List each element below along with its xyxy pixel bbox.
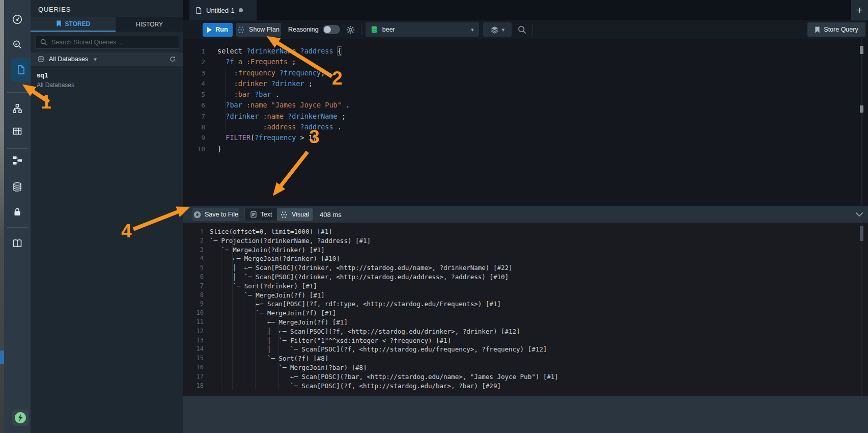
search-icon: [40, 39, 47, 46]
annotation-number-3: 3: [309, 126, 320, 148]
docs-icon[interactable]: [4, 237, 31, 250]
code-line: ?bar :name "James Joyce Pub" .: [217, 100, 350, 111]
code-line: }: [217, 144, 350, 154]
sparql-editor[interactable]: 12345678910 select ?drinkerName ?address…: [183, 39, 868, 206]
security-icon[interactable]: [4, 206, 31, 218]
line-number: 1: [183, 46, 205, 57]
line-number: 18: [183, 382, 204, 391]
results-toolbar: Save to File Text Visual 408 ms: [183, 206, 868, 223]
tab-stored-label: STORED: [65, 20, 91, 28]
plan-line: `─ MergeJoin(?f) [#1]: [210, 309, 558, 318]
plan-line: `─ Projection(?drinkerName, ?address) [#…: [210, 236, 558, 246]
save-to-file-button[interactable]: Save to File: [192, 208, 239, 221]
run-label: Run: [215, 26, 228, 33]
plan-line: `─ MergeJoin(?f) [#1]: [210, 291, 558, 300]
plan-text: Slice(offset=0, limit=1000) [#1]`─ Proje…: [210, 223, 558, 390]
show-plan-button[interactable]: Show Plan: [236, 23, 281, 37]
bookmark-icon: [56, 20, 62, 27]
plan-line: ←─ MergeJoin(?f) [#1]: [210, 318, 558, 327]
line-number: 15: [183, 354, 204, 363]
plan-line: │ ←─ Scan[PSOC](?f, <http://stardog.edu/…: [210, 327, 558, 336]
plan-line: │ `─ Filter("1"^^xsd:integer < ?frequenc…: [210, 336, 558, 345]
plan-scrollbar-track: [861, 223, 862, 396]
unsaved-indicator-dot: [239, 8, 243, 12]
text-doc-icon: [250, 211, 257, 218]
editor-search-icon[interactable]: [518, 25, 526, 34]
line-number: 4: [183, 78, 205, 89]
stored-queries-search[interactable]: [36, 36, 179, 49]
tab-stored[interactable]: STORED: [31, 17, 116, 32]
tab-history-label: HISTORY: [136, 21, 163, 28]
results-visual-tab[interactable]: Visual: [277, 208, 313, 221]
code-line: select ?drinkerName ?address {: [217, 46, 350, 57]
connection-status[interactable]: [12, 410, 29, 426]
show-plan-label: Show Plan: [249, 26, 279, 33]
models-icon[interactable]: [4, 102, 31, 115]
code-line: :address ?address .: [217, 122, 350, 132]
code-line: :bar ?bar .: [217, 89, 350, 100]
named-graphs-dropdown[interactable]: ▾: [483, 22, 512, 37]
line-number: 1: [183, 227, 204, 236]
query-elapsed-time: 408 ms: [320, 211, 342, 219]
line-number: 9: [183, 300, 204, 309]
dashboard-icon[interactable]: [4, 13, 31, 25]
sidebar-item-queries-active[interactable]: [11, 58, 31, 82]
annotation-number-1: 1: [41, 92, 51, 113]
line-number: 4: [183, 254, 204, 263]
plan-scrollbar-thumb[interactable]: [860, 226, 863, 241]
collapse-results-chevron-icon[interactable]: [855, 212, 863, 217]
plan-line: `─ Sort(?drinker) [#1]: [210, 282, 558, 291]
plan-dots-icon: [281, 211, 288, 219]
database-icon-green: [371, 25, 378, 34]
plan-line: ←─ Scan[POSC](?bar, <http://stardog.edu/…: [210, 372, 558, 382]
search-icon[interactable]: [4, 39, 31, 51]
toggle-knob: [324, 26, 331, 33]
chevron-down-icon: ▾: [94, 56, 97, 63]
line-number: 5: [183, 263, 204, 273]
reasoning-label: Reasoning: [288, 26, 319, 33]
new-tab-button[interactable]: +: [851, 0, 868, 20]
run-button[interactable]: Run: [203, 23, 233, 37]
results-text-tab[interactable]: Text: [245, 208, 277, 221]
chevron-down-icon: ▾: [502, 26, 505, 33]
database-selector-dropdown[interactable]: beer ▾: [366, 22, 479, 37]
editor-scrollbar-track: [861, 39, 862, 206]
stored-query-item[interactable]: sq1 All Databases: [31, 67, 183, 95]
editor-scrollbar-mark[interactable]: [860, 46, 863, 54]
bookmark-icon: [815, 26, 820, 33]
play-icon: [207, 27, 212, 33]
editor-scrollbar-mark[interactable]: [860, 105, 863, 113]
line-number: 7: [183, 111, 205, 122]
editor-code: select ?drinkerName ?address { ?f a :Fre…: [217, 39, 350, 154]
code-line: ?f a :Frequents ;: [217, 57, 350, 67]
line-number: 5: [183, 89, 205, 100]
chevron-down-icon: ▾: [471, 26, 474, 33]
databases-icon[interactable]: [4, 181, 31, 193]
reasoning-toggle[interactable]: [323, 25, 340, 34]
bottom-panel-band: [183, 396, 868, 433]
settings-gear-icon[interactable]: [346, 25, 355, 34]
store-query-label: Store Query: [824, 26, 858, 33]
line-number: 9: [183, 132, 205, 143]
plan-line: Slice(offset=0, limit=1000) [#1]: [210, 227, 558, 236]
panel-title: QUERIES: [31, 0, 183, 13]
plan-line: ←─ Scan[POSC](?f, rdf:type, <http://star…: [210, 300, 558, 309]
code-line: :drinker ?drinker ;: [217, 78, 350, 89]
search-input[interactable]: [51, 39, 175, 46]
store-query-button[interactable]: Store Query: [807, 22, 865, 37]
plan-line: `─ Sort(?f) [#8]: [210, 354, 558, 363]
refresh-icon[interactable]: [169, 56, 176, 63]
annotation-number-4: 4: [121, 221, 132, 242]
queries-panel: QUERIES STORED HISTORY All Databases ▾ s…: [31, 0, 183, 433]
virtual-graphs-icon[interactable]: [4, 154, 31, 167]
tab-history[interactable]: HISTORY: [116, 17, 183, 32]
queries-icon: [15, 64, 26, 75]
tables-icon[interactable]: [4, 125, 31, 138]
plan-line: `─ Scan[POSC](?f, <http://stardog.edu/ba…: [210, 382, 558, 391]
code-line: :frequency ?frequency;: [217, 68, 350, 78]
tab-untitled-1[interactable]: Untitled-1: [189, 0, 257, 20]
database-filter-dropdown[interactable]: All Databases ▾: [31, 52, 183, 66]
results-visual-label: Visual: [292, 211, 309, 218]
plan-line: │ ←─ Scan[PSOC](?drinker, <http://stardo…: [210, 263, 558, 273]
download-icon: [193, 211, 201, 219]
